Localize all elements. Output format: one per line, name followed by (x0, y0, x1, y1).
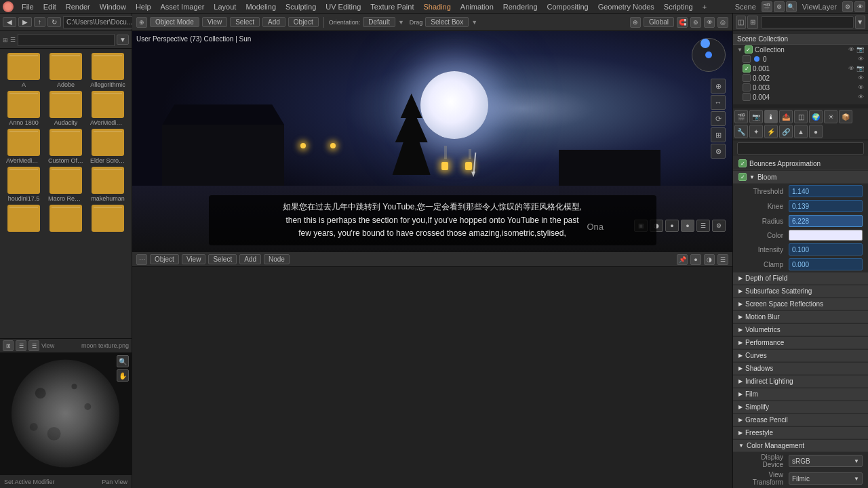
list-item[interactable]: makehuman (88, 167, 127, 202)
menu-modeling[interactable]: Modeling (241, 2, 280, 12)
simplify-section[interactable]: ▶ Simplify (733, 401, 868, 413)
tab-physics[interactable]: ⚡ (764, 125, 778, 138)
performance-section[interactable]: ▶ Performance (733, 337, 868, 349)
menu-file[interactable]: File (18, 2, 38, 12)
threshold-value[interactable]: 1.140 (789, 185, 863, 197)
ne-object-btn[interactable]: Object (150, 254, 179, 264)
scene-settings-icon[interactable]: ⚙ (774, 1, 785, 12)
outliner-search[interactable] (761, 16, 854, 28)
menu-plus[interactable]: + (698, 2, 711, 12)
shading-solid[interactable]: ◑ (650, 220, 663, 232)
fb-nav-up[interactable]: ↑ (34, 17, 45, 27)
bloom-section[interactable]: ✓ ▼ Bloom (733, 171, 868, 184)
radius-value[interactable]: 6.228 (789, 215, 863, 227)
viewport-add-btn[interactable]: Add (262, 17, 285, 27)
tool-transform[interactable]: ⊗ (711, 144, 726, 159)
tab-scene2[interactable]: 🌍 (809, 110, 823, 123)
view-transform-dropdown[interactable]: Filmic▼ (789, 472, 863, 485)
snap-icon[interactable]: 🧲 (677, 17, 688, 28)
freestyle-section[interactable]: ▶ Freestyle (733, 427, 868, 439)
color-swatch[interactable] (789, 230, 863, 241)
ne-select-btn[interactable]: Select (208, 254, 237, 264)
list-item[interactable]: AVerMedia A... (88, 91, 127, 126)
vis-icon1[interactable]: 👁 (704, 17, 715, 28)
tab-particles[interactable]: ✦ (749, 125, 763, 138)
depth-of-field-section[interactable]: ▶ Depth of Field (733, 272, 868, 285)
menu-window[interactable]: Window (96, 2, 130, 12)
list-item[interactable] (88, 205, 127, 233)
menu-edit[interactable]: Edit (39, 2, 60, 12)
list-item[interactable]: A (4, 53, 43, 88)
preview-search-btn[interactable]: 🔍 (117, 355, 129, 367)
sc-item-0[interactable]: 0 👁 (733, 54, 868, 64)
viewport-gizmos[interactable]: ⚙ (712, 220, 726, 232)
sc-item-0001[interactable]: ✓ 0.001 👁 📷 (733, 64, 868, 73)
menu-uv-editing[interactable]: UV Editing (321, 2, 365, 12)
menu-scripting[interactable]: Scripting (660, 2, 697, 12)
knee-value[interactable]: 0.139 (789, 200, 863, 212)
shadows-section[interactable]: ▶ Shadows (733, 363, 868, 375)
list-item[interactable]: houdini17.5 (4, 167, 43, 202)
menu-layout[interactable]: Layout (210, 2, 240, 12)
menu-render[interactable]: Render (62, 2, 94, 12)
grease-pencil-section[interactable]: ▶ Grease Pencil (733, 414, 868, 426)
orientation-default-btn[interactable]: Default (363, 17, 395, 27)
viewport-overlays[interactable]: ☰ (696, 220, 710, 232)
ne-overlay-icon[interactable]: ☰ (717, 254, 728, 265)
viewport-select-btn[interactable]: Select (230, 17, 260, 27)
sc-eye-icon[interactable]: 👁 (848, 46, 854, 53)
properties-icon[interactable]: ⊞ (747, 16, 757, 29)
sc-item-0003[interactable]: 0.003 👁 (733, 83, 868, 92)
viewport-3d[interactable]: User Perspective (73) Collection | Sun ⊕… (132, 31, 732, 252)
list-item[interactable] (4, 205, 43, 233)
node-editor-canvas[interactable] (132, 267, 732, 488)
tool-scale[interactable]: ⊞ (711, 127, 726, 142)
list-item[interactable] (46, 205, 85, 233)
tab-data[interactable]: ▲ (794, 125, 808, 138)
node-editor-icon[interactable]: ⋯ (136, 254, 147, 265)
props-search-input[interactable] (737, 142, 864, 155)
intensity-value[interactable]: 0.100 (789, 243, 863, 256)
tab-object[interactable]: 📦 (839, 110, 852, 123)
gizmo-circle[interactable] (692, 38, 726, 72)
tab-view-layer[interactable]: ◫ (794, 110, 808, 123)
ssr-section[interactable]: ▶ Screen Space Reflections (733, 298, 868, 310)
sc-eye-icon[interactable]: 👁 (858, 56, 864, 62)
menu-texture-paint[interactable]: Texture Paint (366, 2, 418, 12)
tab-output[interactable]: 📤 (779, 110, 793, 123)
menu-help[interactable]: Help (132, 2, 155, 12)
list-item[interactable]: AVerMedia C... (4, 129, 43, 164)
menu-asset-imager[interactable]: Asset Imager (157, 2, 209, 12)
viewport-gizmo[interactable] (692, 38, 726, 72)
global-btn[interactable]: Global (644, 17, 674, 27)
sc-camera2-icon[interactable]: 📷 (856, 65, 864, 72)
ne-shading2-icon[interactable]: ◑ (704, 254, 715, 265)
list-item[interactable]: Allegorithmic (88, 53, 127, 88)
fb-search-input[interactable] (18, 34, 115, 46)
tool-move[interactable]: ↔ (711, 95, 726, 110)
menu-geometry-nodes[interactable]: Geometry Nodes (594, 2, 658, 12)
tab-material[interactable]: ● (809, 125, 823, 138)
tool-rotate[interactable]: ⟳ (711, 111, 726, 126)
motion-blur-section[interactable]: ▶ Motion Blur (733, 311, 868, 323)
list-item[interactable]: Macro Recor... (46, 167, 85, 202)
ne-pin-icon[interactable]: 📌 (677, 254, 688, 265)
list-item[interactable]: Elder Scrolls ... (88, 129, 127, 164)
sc-item-0002[interactable]: 0.002 👁 (733, 73, 868, 83)
select-box-btn[interactable]: Select Box (425, 17, 469, 27)
bloom-enable-check[interactable]: ✓ (738, 173, 747, 181)
ne-add-btn[interactable]: Add (239, 254, 261, 264)
ne-shading-icon[interactable]: ● (690, 254, 701, 265)
menu-shading[interactable]: Shading (419, 2, 454, 12)
viewlayer-settings-icon[interactable]: ⚙ (842, 1, 853, 12)
sc-item-0004[interactable]: 0.004 👁 (733, 92, 868, 102)
clamp-value[interactable]: 0.000 (789, 258, 863, 270)
tab-constraints[interactable]: 🔗 (779, 125, 793, 138)
list-item[interactable]: Adobe (46, 53, 85, 88)
sc-eye-icon[interactable]: 👁 (848, 65, 854, 72)
shading-material[interactable]: ● (665, 220, 679, 232)
sc-eye-icon[interactable]: 👁 (858, 75, 864, 81)
fb-view-icon1[interactable]: ⊞ (3, 340, 14, 351)
menu-compositing[interactable]: Compositing (543, 2, 593, 12)
menu-sculpting[interactable]: Sculpting (281, 2, 320, 12)
